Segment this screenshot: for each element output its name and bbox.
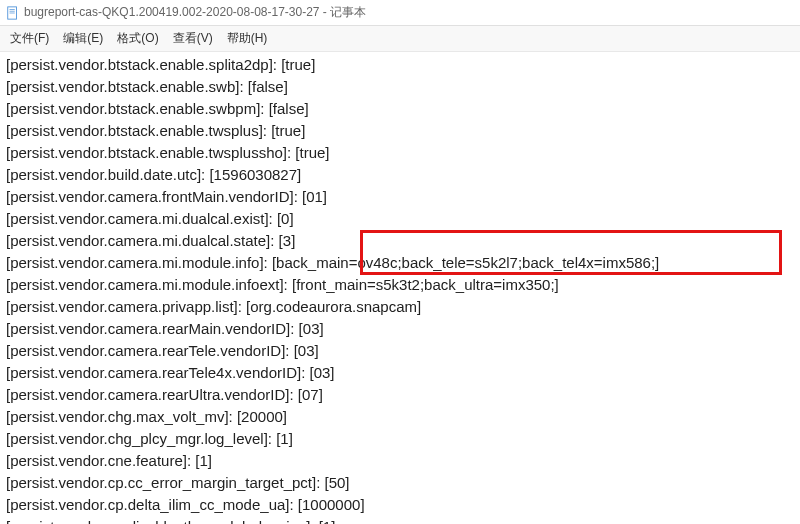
text-content[interactable]: [persist.vendor.btstack.enable.splita2dp…: [0, 52, 800, 524]
text-line: [persist.vendor.camera.privapp.list]: [o…: [6, 296, 794, 318]
text-line: [persist.vendor.camera.rearUltra.vendorI…: [6, 384, 794, 406]
text-line: [persist.vendor.chg.max_volt_mv]: [20000…: [6, 406, 794, 428]
text-line: [persist.vendor.chg_plcy_mgr.log_level]:…: [6, 428, 794, 450]
text-line: [persist.vendor.camera.mi.dualcal.state]…: [6, 230, 794, 252]
text-line: [persist.vendor.cp.cc_error_margin_targe…: [6, 472, 794, 494]
text-line: [persist.vendor.cp.delta_ilim_cc_mode_ua…: [6, 494, 794, 516]
text-line: [persist.vendor.camera.mi.dualcal.exist]…: [6, 208, 794, 230]
menu-file[interactable]: 文件(F): [4, 28, 55, 49]
text-line: [persist.vendor.build.date.utc]: [159603…: [6, 164, 794, 186]
text-line: [persist.vendor.btstack.enable.swb]: [fa…: [6, 76, 794, 98]
text-line: [persist.vendor.camera.frontMain.vendorI…: [6, 186, 794, 208]
text-line: [persist.vendor.camera.rearTele.vendorID…: [6, 340, 794, 362]
notepad-icon: [6, 6, 20, 20]
menubar: 文件(F) 编辑(E) 格式(O) 查看(V) 帮助(H): [0, 26, 800, 52]
text-line: [persist.vendor.camera.mi.module.infoext…: [6, 274, 794, 296]
text-line: [persist.vendor.btstack.enable.swbpm]: […: [6, 98, 794, 120]
text-line: [persist.vendor.camera.rearTele4x.vendor…: [6, 362, 794, 384]
menu-help[interactable]: 帮助(H): [221, 28, 274, 49]
text-line: [persist.vendor.cp.disable_thermal_balan…: [6, 516, 794, 524]
text-line: [persist.vendor.btstack.enable.twsplussh…: [6, 142, 794, 164]
window-title: bugreport-cas-QKQ1.200419.002-2020-08-08…: [24, 4, 366, 21]
text-line: [persist.vendor.btstack.enable.twsplus]:…: [6, 120, 794, 142]
menu-edit[interactable]: 编辑(E): [57, 28, 109, 49]
text-line: [persist.vendor.btstack.enable.splita2dp…: [6, 54, 794, 76]
text-line: [persist.vendor.cne.feature]: [1]: [6, 450, 794, 472]
text-line: [persist.vendor.camera.mi.module.info]: …: [6, 252, 794, 274]
menu-format[interactable]: 格式(O): [111, 28, 164, 49]
text-line: [persist.vendor.camera.rearMain.vendorID…: [6, 318, 794, 340]
menu-view[interactable]: 查看(V): [167, 28, 219, 49]
titlebar: bugreport-cas-QKQ1.200419.002-2020-08-08…: [0, 0, 800, 26]
